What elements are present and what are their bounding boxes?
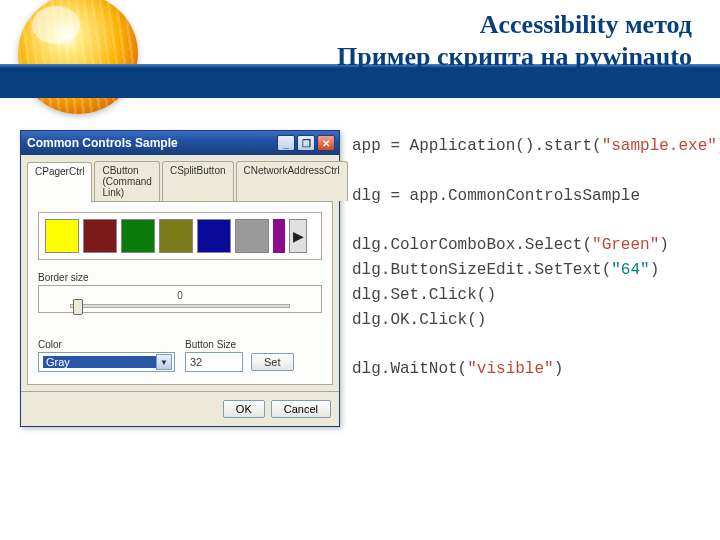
color-swatch-row: ▶ bbox=[38, 212, 322, 260]
sample-dialog-window: Common Controls Sample _ ❐ ✕ CPagerCtrl … bbox=[20, 130, 340, 427]
tab-cnetworkaddressctrl[interactable]: CNetworkAddressCtrl bbox=[236, 161, 348, 201]
tab-csplitbutton[interactable]: CSplitButton bbox=[162, 161, 234, 201]
dialog-footer: OK Cancel bbox=[21, 391, 339, 426]
border-size-slider[interactable]: 0 bbox=[38, 285, 322, 313]
slide-title-line2: Пример скрипта на pywinauto bbox=[337, 42, 692, 72]
code-sample: app = Application().start("sample.exe") … bbox=[352, 130, 720, 427]
cancel-button[interactable]: Cancel bbox=[271, 400, 331, 418]
minimize-button[interactable]: _ bbox=[277, 135, 295, 151]
color-label: Color bbox=[38, 339, 175, 350]
tab-cpagerctrl[interactable]: CPagerCtrl bbox=[27, 162, 92, 202]
tabs-container: CPagerCtrl CButton (Command Link) CSplit… bbox=[27, 161, 333, 202]
slide-title-block: Accessibility метод Пример скрипта на py… bbox=[337, 10, 692, 72]
swatch-blue[interactable] bbox=[197, 219, 231, 253]
ok-button[interactable]: OK bbox=[223, 400, 265, 418]
dialog-titlebar[interactable]: Common Controls Sample _ ❐ ✕ bbox=[21, 131, 339, 155]
tab-cbutton-commandlink[interactable]: CButton (Command Link) bbox=[94, 161, 159, 201]
color-combobox[interactable]: Gray ▼ bbox=[38, 352, 175, 372]
color-combobox-value: Gray bbox=[43, 356, 156, 368]
tab-page: ▶ Border size 0 Color Gray bbox=[27, 202, 333, 385]
swatch-darkred[interactable] bbox=[83, 219, 117, 253]
swatch-gray[interactable] bbox=[235, 219, 269, 253]
pager-next-button[interactable]: ▶ bbox=[289, 219, 307, 253]
swatch-yellow[interactable] bbox=[45, 219, 79, 253]
swatch-olive[interactable] bbox=[159, 219, 193, 253]
border-size-label: Border size bbox=[38, 272, 322, 283]
button-size-edit[interactable]: 32 bbox=[185, 352, 243, 372]
button-size-label: Button Size bbox=[185, 339, 322, 350]
slider-thumb[interactable] bbox=[73, 299, 83, 315]
set-button[interactable]: Set bbox=[251, 353, 294, 371]
close-button[interactable]: ✕ bbox=[317, 135, 335, 151]
maximize-button[interactable]: ❐ bbox=[297, 135, 315, 151]
dialog-title: Common Controls Sample bbox=[27, 136, 275, 150]
swatch-magenta-partial[interactable] bbox=[273, 219, 285, 253]
slide-title-line1: Accessibility метод bbox=[337, 10, 692, 40]
slide-banner: Accessibility метод Пример скрипта на py… bbox=[0, 0, 720, 100]
swatch-green[interactable] bbox=[121, 219, 155, 253]
chevron-down-icon[interactable]: ▼ bbox=[156, 354, 172, 370]
border-size-value: 0 bbox=[177, 290, 183, 301]
slider-track[interactable] bbox=[70, 304, 290, 308]
